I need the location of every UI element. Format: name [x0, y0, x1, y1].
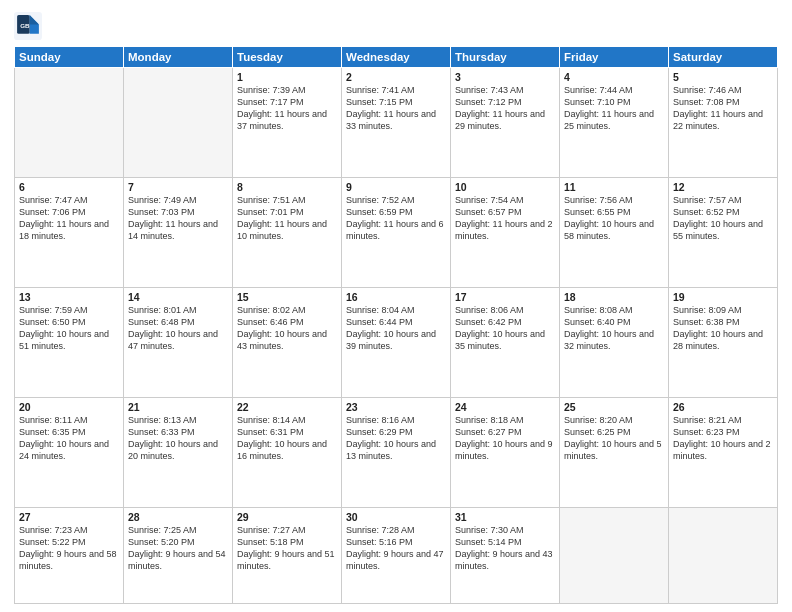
day-number: 13	[19, 291, 119, 303]
day-number: 28	[128, 511, 228, 523]
day-info: Sunrise: 7:49 AM Sunset: 7:03 PM Dayligh…	[128, 194, 228, 243]
day-number: 22	[237, 401, 337, 413]
day-info: Sunrise: 7:56 AM Sunset: 6:55 PM Dayligh…	[564, 194, 664, 243]
day-number: 6	[19, 181, 119, 193]
day-info: Sunrise: 7:30 AM Sunset: 5:14 PM Dayligh…	[455, 524, 555, 573]
day-number: 23	[346, 401, 446, 413]
day-number: 9	[346, 181, 446, 193]
day-info: Sunrise: 8:02 AM Sunset: 6:46 PM Dayligh…	[237, 304, 337, 353]
day-cell	[124, 68, 233, 178]
day-info: Sunrise: 7:54 AM Sunset: 6:57 PM Dayligh…	[455, 194, 555, 243]
weekday-header-sunday: Sunday	[15, 47, 124, 68]
day-cell: 22Sunrise: 8:14 AM Sunset: 6:31 PM Dayli…	[233, 397, 342, 507]
day-number: 31	[455, 511, 555, 523]
calendar-body: 1Sunrise: 7:39 AM Sunset: 7:17 PM Daylig…	[15, 68, 778, 604]
day-cell: 12Sunrise: 7:57 AM Sunset: 6:52 PM Dayli…	[669, 177, 778, 287]
day-cell: 2Sunrise: 7:41 AM Sunset: 7:15 PM Daylig…	[342, 68, 451, 178]
day-number: 3	[455, 71, 555, 83]
day-number: 4	[564, 71, 664, 83]
day-number: 2	[346, 71, 446, 83]
page: GB SundayMondayTuesdayWednesdayThursdayF…	[0, 0, 792, 612]
day-info: Sunrise: 8:06 AM Sunset: 6:42 PM Dayligh…	[455, 304, 555, 353]
day-cell: 9Sunrise: 7:52 AM Sunset: 6:59 PM Daylig…	[342, 177, 451, 287]
day-cell: 3Sunrise: 7:43 AM Sunset: 7:12 PM Daylig…	[451, 68, 560, 178]
header: GB	[14, 12, 778, 40]
day-cell: 6Sunrise: 7:47 AM Sunset: 7:06 PM Daylig…	[15, 177, 124, 287]
day-info: Sunrise: 8:11 AM Sunset: 6:35 PM Dayligh…	[19, 414, 119, 463]
week-row-2: 6Sunrise: 7:47 AM Sunset: 7:06 PM Daylig…	[15, 177, 778, 287]
day-number: 20	[19, 401, 119, 413]
day-info: Sunrise: 7:41 AM Sunset: 7:15 PM Dayligh…	[346, 84, 446, 133]
day-cell: 19Sunrise: 8:09 AM Sunset: 6:38 PM Dayli…	[669, 287, 778, 397]
day-number: 11	[564, 181, 664, 193]
day-info: Sunrise: 8:04 AM Sunset: 6:44 PM Dayligh…	[346, 304, 446, 353]
day-number: 14	[128, 291, 228, 303]
day-cell: 30Sunrise: 7:28 AM Sunset: 5:16 PM Dayli…	[342, 507, 451, 603]
day-info: Sunrise: 7:46 AM Sunset: 7:08 PM Dayligh…	[673, 84, 773, 133]
day-number: 25	[564, 401, 664, 413]
day-info: Sunrise: 8:09 AM Sunset: 6:38 PM Dayligh…	[673, 304, 773, 353]
weekday-header-friday: Friday	[560, 47, 669, 68]
day-cell: 21Sunrise: 8:13 AM Sunset: 6:33 PM Dayli…	[124, 397, 233, 507]
day-number: 19	[673, 291, 773, 303]
day-number: 5	[673, 71, 773, 83]
day-number: 1	[237, 71, 337, 83]
day-number: 16	[346, 291, 446, 303]
day-cell: 17Sunrise: 8:06 AM Sunset: 6:42 PM Dayli…	[451, 287, 560, 397]
logo: GB	[14, 12, 44, 40]
day-info: Sunrise: 7:25 AM Sunset: 5:20 PM Dayligh…	[128, 524, 228, 573]
day-info: Sunrise: 7:43 AM Sunset: 7:12 PM Dayligh…	[455, 84, 555, 133]
weekday-row: SundayMondayTuesdayWednesdayThursdayFrid…	[15, 47, 778, 68]
day-number: 18	[564, 291, 664, 303]
day-info: Sunrise: 8:20 AM Sunset: 6:25 PM Dayligh…	[564, 414, 664, 463]
day-info: Sunrise: 8:14 AM Sunset: 6:31 PM Dayligh…	[237, 414, 337, 463]
day-number: 27	[19, 511, 119, 523]
day-info: Sunrise: 7:44 AM Sunset: 7:10 PM Dayligh…	[564, 84, 664, 133]
day-info: Sunrise: 8:21 AM Sunset: 6:23 PM Dayligh…	[673, 414, 773, 463]
day-cell: 16Sunrise: 8:04 AM Sunset: 6:44 PM Dayli…	[342, 287, 451, 397]
day-cell: 18Sunrise: 8:08 AM Sunset: 6:40 PM Dayli…	[560, 287, 669, 397]
logo-icon: GB	[14, 12, 42, 40]
day-info: Sunrise: 7:27 AM Sunset: 5:18 PM Dayligh…	[237, 524, 337, 573]
day-cell: 7Sunrise: 7:49 AM Sunset: 7:03 PM Daylig…	[124, 177, 233, 287]
weekday-header-saturday: Saturday	[669, 47, 778, 68]
weekday-header-wednesday: Wednesday	[342, 47, 451, 68]
day-cell: 8Sunrise: 7:51 AM Sunset: 7:01 PM Daylig…	[233, 177, 342, 287]
day-info: Sunrise: 7:39 AM Sunset: 7:17 PM Dayligh…	[237, 84, 337, 133]
day-cell: 4Sunrise: 7:44 AM Sunset: 7:10 PM Daylig…	[560, 68, 669, 178]
day-cell: 20Sunrise: 8:11 AM Sunset: 6:35 PM Dayli…	[15, 397, 124, 507]
day-cell: 14Sunrise: 8:01 AM Sunset: 6:48 PM Dayli…	[124, 287, 233, 397]
day-cell: 29Sunrise: 7:27 AM Sunset: 5:18 PM Dayli…	[233, 507, 342, 603]
day-cell: 27Sunrise: 7:23 AM Sunset: 5:22 PM Dayli…	[15, 507, 124, 603]
day-cell	[560, 507, 669, 603]
day-cell: 31Sunrise: 7:30 AM Sunset: 5:14 PM Dayli…	[451, 507, 560, 603]
day-cell: 23Sunrise: 8:16 AM Sunset: 6:29 PM Dayli…	[342, 397, 451, 507]
day-number: 21	[128, 401, 228, 413]
day-info: Sunrise: 8:16 AM Sunset: 6:29 PM Dayligh…	[346, 414, 446, 463]
day-number: 12	[673, 181, 773, 193]
day-number: 24	[455, 401, 555, 413]
week-row-3: 13Sunrise: 7:59 AM Sunset: 6:50 PM Dayli…	[15, 287, 778, 397]
day-cell: 28Sunrise: 7:25 AM Sunset: 5:20 PM Dayli…	[124, 507, 233, 603]
week-row-5: 27Sunrise: 7:23 AM Sunset: 5:22 PM Dayli…	[15, 507, 778, 603]
day-number: 8	[237, 181, 337, 193]
day-number: 15	[237, 291, 337, 303]
day-cell: 1Sunrise: 7:39 AM Sunset: 7:17 PM Daylig…	[233, 68, 342, 178]
day-number: 30	[346, 511, 446, 523]
day-cell: 5Sunrise: 7:46 AM Sunset: 7:08 PM Daylig…	[669, 68, 778, 178]
day-info: Sunrise: 7:52 AM Sunset: 6:59 PM Dayligh…	[346, 194, 446, 243]
day-info: Sunrise: 8:18 AM Sunset: 6:27 PM Dayligh…	[455, 414, 555, 463]
week-row-1: 1Sunrise: 7:39 AM Sunset: 7:17 PM Daylig…	[15, 68, 778, 178]
day-info: Sunrise: 7:57 AM Sunset: 6:52 PM Dayligh…	[673, 194, 773, 243]
day-cell: 13Sunrise: 7:59 AM Sunset: 6:50 PM Dayli…	[15, 287, 124, 397]
day-number: 7	[128, 181, 228, 193]
day-info: Sunrise: 7:28 AM Sunset: 5:16 PM Dayligh…	[346, 524, 446, 573]
day-info: Sunrise: 7:47 AM Sunset: 7:06 PM Dayligh…	[19, 194, 119, 243]
day-info: Sunrise: 8:13 AM Sunset: 6:33 PM Dayligh…	[128, 414, 228, 463]
day-number: 29	[237, 511, 337, 523]
day-info: Sunrise: 7:59 AM Sunset: 6:50 PM Dayligh…	[19, 304, 119, 353]
day-info: Sunrise: 8:08 AM Sunset: 6:40 PM Dayligh…	[564, 304, 664, 353]
day-cell	[669, 507, 778, 603]
day-number: 17	[455, 291, 555, 303]
day-cell: 10Sunrise: 7:54 AM Sunset: 6:57 PM Dayli…	[451, 177, 560, 287]
